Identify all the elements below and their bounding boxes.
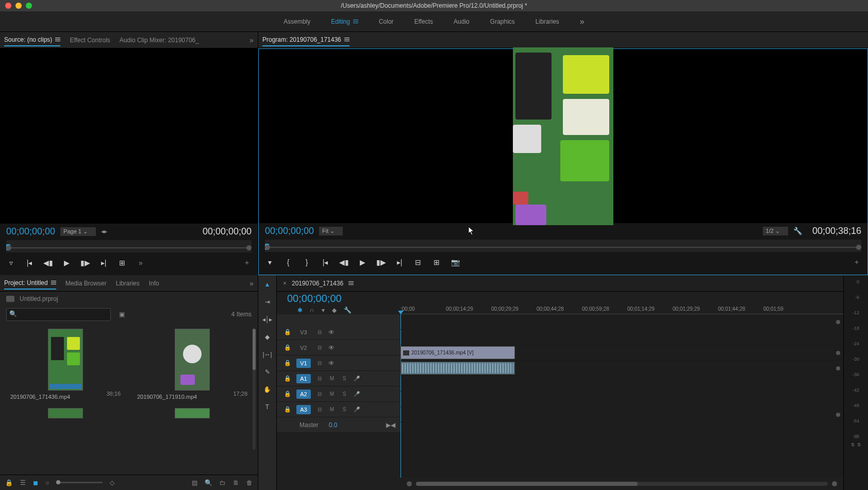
tab-project[interactable]: Project: Untitled [4, 279, 56, 290]
step-back-icon[interactable]: ◂▸ [101, 228, 107, 235]
tab-source[interactable]: Source: (no clips) [4, 36, 60, 46]
source-scrubber[interactable] [6, 240, 252, 252]
solo-icon[interactable]: S [341, 376, 348, 381]
insert-icon[interactable]: ⊞ [118, 259, 127, 267]
list-view-icon[interactable]: ☰ [20, 479, 26, 486]
tab-effect-controls[interactable]: Effect Controls [70, 37, 110, 44]
add-control-icon[interactable]: ＋ [852, 258, 861, 267]
track-expand-icon[interactable] [836, 351, 840, 355]
thumbnail-size-slider[interactable] [56, 482, 103, 483]
lift-icon[interactable]: ⊟ [413, 258, 423, 266]
panel-overflow-icon[interactable]: » [249, 279, 254, 288]
lock-icon[interactable]: 🔒 [5, 479, 13, 486]
track-name[interactable]: A2 [296, 390, 311, 399]
solo-icon[interactable]: S [341, 407, 348, 412]
track-master-row[interactable] [400, 407, 843, 423]
program-fit-select[interactable]: Fit ⌄ [319, 227, 343, 235]
add-control-icon[interactable]: ＋ [242, 258, 252, 267]
output-icon[interactable]: ▶◀ [386, 421, 400, 429]
lock-icon[interactable]: 🔒 [284, 344, 291, 351]
marker-icon[interactable]: ▾ [265, 258, 274, 266]
workspace-overflow-icon[interactable]: » [580, 17, 585, 26]
track-header-a1[interactable]: 🔒 A1 ⊟ M S 🎤 [277, 371, 400, 386]
freeform-view-icon[interactable]: ○ [45, 479, 49, 486]
lock-icon[interactable]: 🔒 [284, 375, 291, 382]
scroll-track[interactable] [416, 482, 828, 486]
source-zoom-select[interactable]: Page 1 ⌄ [60, 227, 96, 236]
linked-selection-icon[interactable]: ∩ [310, 307, 314, 314]
project-search-input[interactable] [6, 308, 111, 321]
clip-thumbnail[interactable]: 20190706_171436.mp4 38;16 [6, 329, 125, 400]
selection-tool-icon[interactable]: ▲ [262, 279, 273, 290]
sort-icon[interactable]: ◇ [110, 479, 114, 486]
track-name[interactable]: A3 [296, 405, 311, 414]
track-expand-icon[interactable] [836, 413, 840, 417]
workspace-assembly[interactable]: Assembly [283, 18, 310, 25]
track-a3-row[interactable] [400, 392, 843, 407]
program-scrubber[interactable] [265, 240, 861, 252]
mute-icon[interactable]: M [328, 391, 336, 397]
hand-tool-icon[interactable]: ✋ [262, 384, 273, 395]
export-frame-icon[interactable]: 📷 [450, 258, 460, 266]
program-viewport[interactable] [259, 49, 867, 223]
scroll-end-left[interactable] [407, 481, 412, 486]
extract-icon[interactable]: ⊞ [432, 258, 441, 266]
clip-thumbnail[interactable] [133, 408, 252, 418]
minimize-window-button[interactable] [15, 3, 22, 9]
automate-icon[interactable]: ▤ [192, 479, 197, 486]
clip-thumbnail[interactable] [6, 408, 125, 418]
audio-meters[interactable]: 0 -6 -12 -18 -24 -30 -36 -42 -48 -54 dB … [843, 275, 868, 490]
tab-libraries[interactable]: Libraries [116, 280, 140, 287]
wrench-icon[interactable]: 🔧 [793, 227, 802, 235]
type-tool-icon[interactable]: T [262, 402, 273, 412]
track-expand-icon[interactable] [836, 320, 840, 324]
ripple-edit-tool-icon[interactable]: ◂│▸ [262, 314, 273, 325]
tab-media-browser[interactable]: Media Browser [65, 280, 107, 287]
lock-icon[interactable]: 🔒 [284, 406, 291, 413]
settings-icon[interactable]: 🔧 [344, 307, 352, 314]
play-icon[interactable]: ▶ [62, 259, 71, 267]
voice-over-icon[interactable]: 🎤 [353, 376, 360, 381]
scroll-end-right[interactable] [832, 481, 837, 486]
mark-out-icon[interactable]: } [302, 258, 311, 266]
mark-in-icon[interactable]: { [283, 258, 293, 266]
video-clip[interactable]: 20190706_171436.mp4 [V] [400, 346, 515, 359]
panel-overflow-icon[interactable]: » [249, 36, 254, 44]
sync-lock-icon[interactable]: ⊟ [316, 376, 323, 381]
hamburger-icon[interactable] [348, 281, 354, 285]
lock-icon[interactable]: 🔒 [284, 329, 291, 335]
workspace-effects[interactable]: Effects [414, 18, 433, 25]
source-viewport[interactable] [0, 48, 258, 224]
timeline-timecode[interactable]: 00;00;00;00 [287, 293, 400, 305]
go-to-out-icon[interactable]: ▸| [395, 258, 404, 266]
new-bin-icon[interactable]: ▣ [119, 311, 125, 318]
play-icon[interactable]: ▶ [358, 258, 367, 266]
sync-lock-icon[interactable]: ⊟ [316, 391, 323, 397]
program-out-timecode[interactable]: 00;00;38;16 [812, 226, 861, 236]
step-forward-icon[interactable]: ▮▶ [80, 259, 90, 267]
step-back-icon[interactable]: ◀▮ [43, 259, 53, 267]
workspace-audio[interactable]: Audio [454, 18, 470, 25]
go-to-in-icon[interactable]: |◂ [321, 258, 330, 266]
audio-clip[interactable] [400, 362, 515, 375]
eye-icon[interactable]: 👁 [328, 329, 335, 336]
find-icon[interactable]: 🔍 [205, 479, 212, 486]
project-scrollbar[interactable] [253, 329, 256, 450]
go-to-out-icon[interactable]: ▸| [99, 259, 108, 267]
lock-icon[interactable]: 🔒 [284, 360, 291, 366]
tab-info[interactable]: Info [149, 280, 159, 287]
track-a1-row[interactable] [400, 361, 843, 376]
workspace-libraries[interactable]: Libraries [536, 18, 559, 25]
track-header-master[interactable]: Master 0.0 ▶◀ [277, 417, 400, 433]
icon-view-icon[interactable]: ◼ [33, 479, 38, 486]
track-name[interactable]: A1 [296, 374, 311, 383]
pen-tool-icon[interactable]: ✎ [262, 367, 273, 377]
program-resolution-select[interactable]: 1/2 ⌄ [763, 227, 788, 235]
slip-tool-icon[interactable]: |↔| [262, 349, 273, 360]
track-name[interactable]: V2 [296, 343, 311, 352]
hamburger-icon[interactable] [55, 38, 60, 41]
sync-lock-icon[interactable]: ⊟ [316, 345, 323, 350]
close-sequence-icon[interactable]: × [283, 280, 287, 287]
mute-icon[interactable]: M [328, 376, 336, 381]
master-db[interactable]: 0.0 [329, 421, 338, 429]
